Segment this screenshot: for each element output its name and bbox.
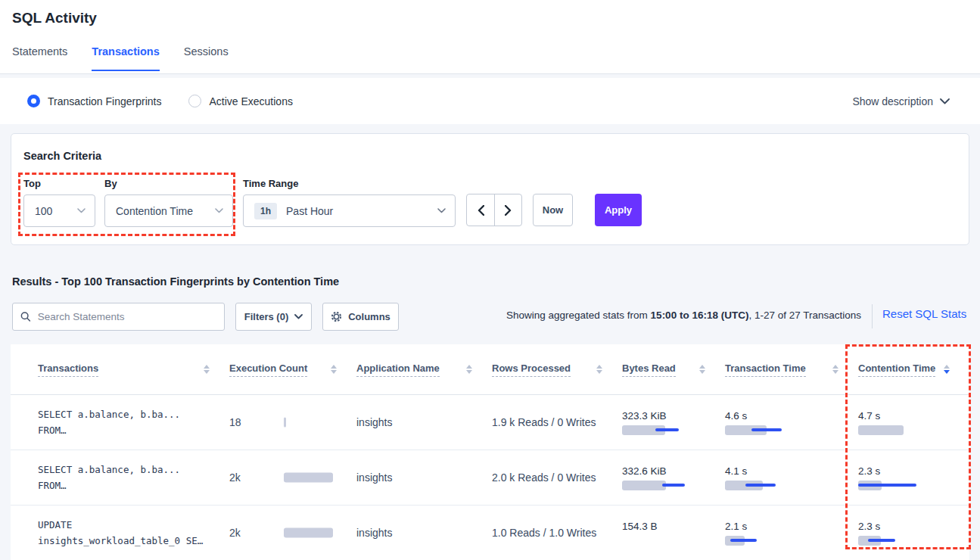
transaction-time-cell: 4.1 s	[725, 465, 858, 490]
top-field: Top 100	[23, 178, 95, 227]
time-range-label: Time Range	[243, 178, 456, 189]
sort-icon-active-desc[interactable]	[944, 365, 950, 374]
toolbar-divider	[872, 304, 873, 328]
search-statements-box	[12, 303, 225, 331]
sort-icon[interactable]	[331, 365, 337, 374]
rows-processed-cell: 2.0 k Reads / 0 Writes	[492, 471, 622, 484]
filters-button[interactable]: Filters (0)	[235, 303, 312, 331]
column-header-transactions[interactable]: Transactions	[38, 362, 229, 377]
top-select[interactable]: 100	[23, 194, 95, 227]
bytes-read-cell: 323.3 KiB	[622, 410, 725, 435]
application-name-cell: insights	[356, 471, 492, 484]
rows-processed-cell: 1.9 k Reads / 0 Writes	[492, 416, 622, 428]
tab-transactions[interactable]: Transactions	[92, 45, 159, 71]
prev-time-button[interactable]	[467, 194, 494, 226]
column-header-application-name[interactable]: Application Name	[356, 362, 492, 377]
table-row[interactable]: SELECT a.balance, b.ba... FROM… 18 insig…	[11, 395, 969, 450]
execution-count-cell: 2k	[229, 450, 356, 505]
column-header-transaction-time[interactable]: Transaction Time	[725, 362, 858, 377]
transaction-time-cell: 2.1 s	[725, 521, 858, 546]
page-title: SQL Activity	[12, 10, 97, 26]
chevron-down-icon	[940, 98, 950, 104]
bytes-read-bar	[622, 481, 666, 490]
chevron-down-icon	[294, 314, 303, 319]
column-header-execution-count[interactable]: Execution Count	[229, 362, 356, 377]
transaction-time-cell: 4.6 s	[725, 410, 858, 435]
active-executions-label[interactable]: Active Executions	[209, 95, 293, 107]
transaction-fingerprints-label[interactable]: Transaction Fingerprints	[48, 95, 161, 107]
search-statements-input[interactable]	[38, 311, 216, 322]
transaction-time-line	[751, 428, 782, 431]
execution-count-bar	[284, 418, 286, 428]
rows-processed-cell: 1.0 Reads / 1.0 Writes	[492, 527, 622, 539]
contention-time-cell: 2.3 s	[858, 465, 969, 490]
time-range-select[interactable]: 1h Past Hour	[243, 194, 456, 227]
execution-count-cell: 18	[229, 395, 356, 450]
next-time-button[interactable]	[494, 194, 521, 226]
time-range-field: Time Range 1h Past Hour	[243, 178, 456, 227]
tab-statements[interactable]: Statements	[12, 45, 67, 71]
execution-count-bar	[284, 473, 333, 483]
chevron-down-icon	[437, 208, 446, 213]
transactions-table: Transactions Execution Count Application…	[11, 344, 969, 560]
search-criteria-heading: Search Criteria	[23, 150, 101, 162]
by-select-value: Contention Time	[116, 205, 193, 217]
time-nav-group	[466, 194, 522, 226]
chevron-right-icon	[505, 205, 512, 216]
contention-time-line	[868, 539, 895, 542]
contention-time-cell: 2.3 s	[858, 521, 969, 546]
transaction-fingerprint[interactable]: UPDATE insights_workload_table_0 SE…	[38, 517, 229, 549]
tab-bar: Statements Transactions Sessions	[12, 45, 229, 71]
application-name-cell: insights	[356, 527, 492, 539]
top-label: Top	[23, 178, 95, 189]
transaction-fingerprint[interactable]: SELECT a.balance, b.ba... FROM…	[38, 406, 229, 438]
column-header-contention-time[interactable]: Contention Time	[858, 362, 969, 377]
filters-label: Filters (0)	[244, 311, 289, 322]
columns-label: Columns	[348, 311, 390, 322]
time-range-value: Past Hour	[286, 205, 333, 217]
sort-icon[interactable]	[466, 365, 472, 374]
table-header-row: Transactions Execution Count Application…	[11, 344, 969, 395]
sort-icon[interactable]	[204, 365, 210, 374]
search-icon	[20, 311, 31, 322]
aggregated-stats-text: Showing aggregated stats from 15:00 to 1…	[506, 310, 861, 321]
by-select[interactable]: Contention Time	[104, 194, 233, 227]
contention-time-line	[858, 484, 916, 487]
transaction-fingerprints-radio[interactable]	[27, 95, 40, 107]
search-criteria-card: Search Criteria Top 100 By Contention Ti…	[11, 133, 969, 245]
reset-sql-stats-link[interactable]: Reset SQL Stats	[882, 307, 966, 320]
page-body: Transaction Fingerprints Active Executio…	[0, 74, 980, 560]
sort-icon[interactable]	[699, 365, 705, 374]
transaction-fingerprint[interactable]: SELECT a.balance, b.ba... FROM…	[38, 462, 229, 493]
sql-activity-page: SQL Activity Statements Transactions Ses…	[0, 0, 980, 560]
bytes-read-line	[655, 428, 679, 431]
column-header-rows-processed[interactable]: Rows Processed	[492, 362, 622, 377]
top-select-value: 100	[35, 205, 52, 217]
sort-icon[interactable]	[832, 365, 838, 374]
execution-count-cell: 2k	[229, 506, 356, 560]
transaction-time-line	[730, 539, 757, 542]
gear-icon	[331, 311, 342, 322]
apply-button[interactable]: Apply	[595, 194, 642, 226]
table-row[interactable]: SELECT a.balance, b.ba... FROM… 2k insig…	[11, 450, 969, 506]
chevron-down-icon	[77, 208, 86, 213]
time-range-badge: 1h	[254, 203, 277, 219]
sort-icon[interactable]	[596, 365, 602, 374]
table-row[interactable]: UPDATE insights_workload_table_0 SE… 2k …	[11, 506, 969, 560]
column-header-bytes-read[interactable]: Bytes Read	[622, 362, 725, 377]
tab-sessions[interactable]: Sessions	[184, 45, 229, 71]
contention-time-bar	[858, 425, 904, 435]
application-name-cell: insights	[356, 416, 492, 428]
columns-button[interactable]: Columns	[322, 303, 399, 331]
now-button[interactable]: Now	[533, 194, 573, 226]
bytes-read-cell: 332.6 KiB	[622, 465, 725, 490]
active-executions-radio[interactable]	[188, 95, 201, 107]
transaction-time-line	[745, 484, 776, 487]
show-description-label: Show description	[852, 95, 933, 107]
by-label: By	[104, 178, 233, 189]
show-description-toggle[interactable]: Show description	[852, 95, 950, 107]
contention-time-cell: 4.7 s	[858, 410, 969, 435]
bytes-read-line	[662, 484, 685, 487]
results-heading: Results - Top 100 Transaction Fingerprin…	[12, 275, 339, 288]
by-field: By Contention Time	[104, 178, 233, 227]
